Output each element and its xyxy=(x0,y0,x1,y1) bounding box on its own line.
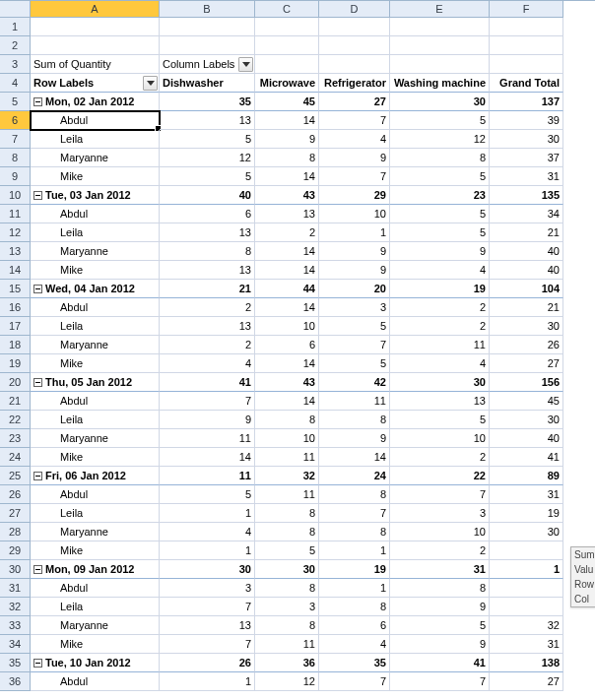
cell-C29[interactable]: 5 xyxy=(255,541,319,560)
cell-F4[interactable]: Grand Total xyxy=(490,74,563,93)
cell-C9[interactable]: 14 xyxy=(255,167,319,186)
cell-F17[interactable]: 30 xyxy=(490,317,563,336)
cell-C8[interactable]: 8 xyxy=(255,149,319,167)
cell-E31[interactable]: 8 xyxy=(390,579,490,598)
cell-D8[interactable]: 9 xyxy=(319,149,390,167)
cell-B26[interactable]: 5 xyxy=(160,485,255,504)
cell-B2[interactable] xyxy=(160,36,255,55)
collapse-icon[interactable] xyxy=(33,472,42,480)
cell-B30[interactable]: 30 xyxy=(160,560,255,579)
cell-F18[interactable]: 26 xyxy=(490,336,563,354)
cell-B34[interactable]: 7 xyxy=(160,635,255,654)
cell-B1[interactable] xyxy=(160,18,255,36)
spreadsheet[interactable]: A B C D E F 123Sum of QuantityColumn Lab… xyxy=(0,0,595,691)
col-header-B[interactable]: B xyxy=(160,1,255,18)
cell-F26[interactable]: 31 xyxy=(490,485,563,504)
cell-F35[interactable]: 138 xyxy=(490,654,563,672)
cell-C10[interactable]: 43 xyxy=(255,186,319,205)
cell-A15[interactable]: Wed, 04 Jan 2012 xyxy=(31,280,160,298)
cell-E13[interactable]: 9 xyxy=(390,242,490,261)
cell-C18[interactable]: 6 xyxy=(255,336,319,354)
filter-dropdown-icon[interactable] xyxy=(143,76,158,91)
cell-B15[interactable]: 21 xyxy=(160,280,255,298)
cell-C4[interactable]: Microwave xyxy=(255,74,319,93)
row-header-29[interactable]: 29 xyxy=(0,541,31,560)
cell-C6[interactable]: 14 xyxy=(255,111,319,130)
cell-C3[interactable] xyxy=(255,55,319,74)
cell-E19[interactable]: 4 xyxy=(390,354,490,373)
cell-B6[interactable]: 13 xyxy=(160,111,255,130)
cell-D11[interactable]: 10 xyxy=(319,205,390,223)
cell-E10[interactable]: 23 xyxy=(390,186,490,205)
collapse-icon[interactable] xyxy=(33,97,42,106)
cell-A3[interactable]: Sum of Quantity xyxy=(31,55,160,74)
row-header-14[interactable]: 14 xyxy=(0,261,31,280)
cell-E32[interactable]: 9 xyxy=(390,598,490,616)
cell-A32[interactable]: Leila xyxy=(31,598,160,616)
row-header-30[interactable]: 30 xyxy=(0,560,31,579)
cell-B21[interactable]: 7 xyxy=(160,392,255,411)
cell-C32[interactable]: 3 xyxy=(255,598,319,616)
collapse-icon[interactable] xyxy=(33,378,42,387)
select-all-corner[interactable] xyxy=(0,1,31,18)
cell-E27[interactable]: 3 xyxy=(390,504,490,523)
cell-A17[interactable]: Leila xyxy=(31,317,160,336)
row-header-19[interactable]: 19 xyxy=(0,354,31,373)
cell-C1[interactable] xyxy=(255,18,319,36)
cell-C33[interactable]: 8 xyxy=(255,616,319,635)
cell-F25[interactable]: 89 xyxy=(490,467,563,485)
row-header-26[interactable]: 26 xyxy=(0,485,31,504)
cell-D24[interactable]: 14 xyxy=(319,448,390,467)
col-header-D[interactable]: D xyxy=(319,1,390,18)
collapse-icon[interactable] xyxy=(33,285,42,293)
cell-F36[interactable]: 27 xyxy=(490,672,563,691)
cell-C21[interactable]: 14 xyxy=(255,392,319,411)
cell-B33[interactable]: 13 xyxy=(160,616,255,635)
cell-C23[interactable]: 10 xyxy=(255,429,319,448)
cell-E28[interactable]: 10 xyxy=(390,523,490,541)
row-header-12[interactable]: 12 xyxy=(0,223,31,242)
collapse-icon[interactable] xyxy=(33,565,42,574)
cell-C13[interactable]: 14 xyxy=(255,242,319,261)
row-header-11[interactable]: 11 xyxy=(0,205,31,223)
row-header-16[interactable]: 16 xyxy=(0,298,31,317)
cell-D28[interactable]: 8 xyxy=(319,523,390,541)
cell-F27[interactable]: 19 xyxy=(490,504,563,523)
cell-E14[interactable]: 4 xyxy=(390,261,490,280)
cell-B32[interactable]: 7 xyxy=(160,598,255,616)
cell-E18[interactable]: 11 xyxy=(390,336,490,354)
cell-D34[interactable]: 4 xyxy=(319,635,390,654)
cell-D22[interactable]: 8 xyxy=(319,411,390,429)
cell-B23[interactable]: 11 xyxy=(160,429,255,448)
cell-E3[interactable] xyxy=(390,55,490,74)
cell-F33[interactable]: 32 xyxy=(490,616,563,635)
cell-A11[interactable]: Abdul xyxy=(31,205,160,223)
row-header-5[interactable]: 5 xyxy=(0,93,31,111)
cell-B28[interactable]: 4 xyxy=(160,523,255,541)
cell-C20[interactable]: 43 xyxy=(255,373,319,392)
cell-C17[interactable]: 10 xyxy=(255,317,319,336)
cell-D30[interactable]: 19 xyxy=(319,560,390,579)
cell-A35[interactable]: Tue, 10 Jan 2012 xyxy=(31,654,160,672)
cell-E5[interactable]: 30 xyxy=(390,93,490,111)
cell-B12[interactable]: 13 xyxy=(160,223,255,242)
col-header-E[interactable]: E xyxy=(390,1,490,18)
cell-F32[interactable] xyxy=(490,598,563,616)
row-header-32[interactable]: 32 xyxy=(0,598,31,616)
cell-C2[interactable] xyxy=(255,36,319,55)
cell-A4[interactable]: Row Labels xyxy=(31,74,160,93)
cell-D12[interactable]: 1 xyxy=(319,223,390,242)
cell-D27[interactable]: 7 xyxy=(319,504,390,523)
cell-B18[interactable]: 2 xyxy=(160,336,255,354)
cell-F14[interactable]: 40 xyxy=(490,261,563,280)
cell-C22[interactable]: 8 xyxy=(255,411,319,429)
cell-C7[interactable]: 9 xyxy=(255,130,319,149)
cell-F12[interactable]: 21 xyxy=(490,223,563,242)
cell-E4[interactable]: Washing machine xyxy=(390,74,490,93)
row-header-20[interactable]: 20 xyxy=(0,373,31,392)
cell-F29[interactable] xyxy=(490,541,563,560)
row-header-2[interactable]: 2 xyxy=(0,36,31,55)
cell-A23[interactable]: Maryanne xyxy=(31,429,160,448)
cell-A1[interactable] xyxy=(31,18,160,36)
cell-F3[interactable] xyxy=(490,55,563,74)
